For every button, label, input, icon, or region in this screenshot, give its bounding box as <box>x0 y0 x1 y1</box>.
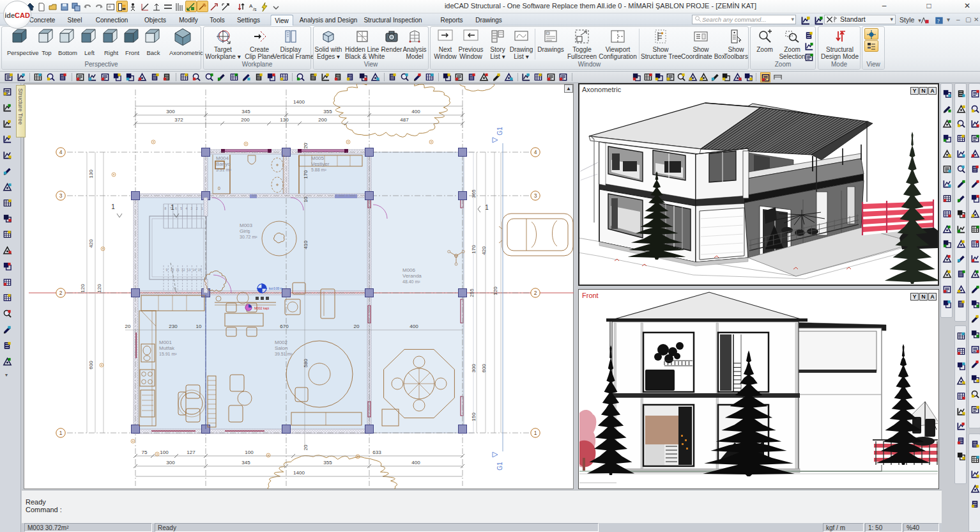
svg-text:M002 kapi: M002 kapi <box>254 306 269 310</box>
svg-text:345: 345 <box>241 109 250 114</box>
svg-text:48.40 m²: 48.40 m² <box>402 279 420 284</box>
svg-text:?: ? <box>937 18 940 24</box>
svg-text:30.72 m²: 30.72 m² <box>240 235 257 239</box>
svg-text:6: 6 <box>175 207 177 210</box>
svg-text:M002: M002 <box>275 340 288 345</box>
svg-text:410: 410 <box>303 240 309 249</box>
svg-text:420: 420 <box>481 246 487 255</box>
svg-text:5.31 m²: 5.31 m² <box>216 168 231 172</box>
svg-text:300: 300 <box>471 364 477 373</box>
svg-text:345: 345 <box>241 460 250 465</box>
svg-text:9: 9 <box>166 268 168 272</box>
svg-text:15: 15 <box>198 268 202 272</box>
svg-text:M005: M005 <box>311 155 325 161</box>
svg-text:130: 130 <box>88 169 94 178</box>
svg-text:4: 4 <box>59 149 63 155</box>
svg-text:M004: M004 <box>216 155 229 161</box>
svg-text:1: 1 <box>534 430 537 436</box>
svg-text:200: 200 <box>318 117 327 123</box>
svg-text:600: 600 <box>481 364 487 373</box>
svg-text:1: 1 <box>59 430 63 436</box>
svg-text:G1: G1 <box>496 462 503 471</box>
svg-text:255: 255 <box>469 288 475 297</box>
svg-text:120: 120 <box>493 286 498 295</box>
svg-text:170: 170 <box>471 245 477 254</box>
svg-text:400: 400 <box>411 460 420 465</box>
svg-text:1: 1 <box>111 203 115 210</box>
svg-text:8: 8 <box>165 207 167 210</box>
svg-text:420: 420 <box>88 239 94 248</box>
svg-text:10: 10 <box>303 196 309 202</box>
svg-text:10: 10 <box>196 324 202 329</box>
svg-text:5: 5 <box>180 207 182 210</box>
svg-text:100: 100 <box>160 450 169 455</box>
svg-text:2: 2 <box>196 207 198 210</box>
svg-text:Salon: Salon <box>275 345 287 351</box>
svg-text:1: 1 <box>171 204 174 211</box>
svg-text:300: 300 <box>166 460 175 465</box>
svg-text:Veranda: Veranda <box>402 273 422 279</box>
svg-text:400: 400 <box>411 109 420 114</box>
svg-text:14: 14 <box>192 268 196 272</box>
svg-text:633: 633 <box>372 450 381 455</box>
svg-text:365: 365 <box>471 189 477 198</box>
svg-text:600: 600 <box>88 361 94 370</box>
svg-text:Banyo: Banyo <box>216 161 231 167</box>
svg-text:670: 670 <box>280 324 289 329</box>
svg-text:/s: /s <box>253 7 257 12</box>
svg-text:39.51 m²: 39.51 m² <box>275 352 293 356</box>
svg-text:372: 372 <box>174 117 183 123</box>
svg-text:12: 12 <box>181 268 185 272</box>
svg-text:15.91 m²: 15.91 m² <box>159 352 177 356</box>
svg-text:20: 20 <box>125 324 131 329</box>
svg-text:kot:0.00 m: kot:0.00 m <box>269 287 282 290</box>
svg-text:5.88 m²: 5.88 m² <box>311 168 326 172</box>
svg-text:127: 127 <box>187 450 195 455</box>
svg-text:1: 1 <box>485 204 489 211</box>
svg-text:100: 100 <box>245 450 254 455</box>
svg-text:170: 170 <box>303 170 309 179</box>
svg-text:3: 3 <box>534 192 537 199</box>
svg-text:130: 130 <box>280 117 289 123</box>
svg-text:150: 150 <box>471 412 477 421</box>
svg-text:1400: 1400 <box>293 99 305 105</box>
svg-text:75: 75 <box>142 450 148 455</box>
svg-text:20: 20 <box>303 444 309 450</box>
svg-text:2: 2 <box>59 290 63 296</box>
svg-text:200: 200 <box>241 117 250 123</box>
svg-text:Mutfak: Mutfak <box>159 345 175 351</box>
svg-text:400: 400 <box>410 324 418 329</box>
svg-text:20: 20 <box>303 143 309 148</box>
svg-text:1400: 1400 <box>293 470 305 476</box>
svg-text:2: 2 <box>534 290 537 296</box>
svg-text:4: 4 <box>185 207 187 210</box>
svg-text:300: 300 <box>166 109 175 114</box>
svg-text:1: 1 <box>201 207 203 210</box>
svg-text:355: 355 <box>323 460 332 465</box>
svg-text:11: 11 <box>176 268 180 272</box>
svg-text:230: 230 <box>169 324 178 329</box>
svg-text:G1: G1 <box>496 127 503 136</box>
svg-text:4: 4 <box>534 149 537 155</box>
svg-text:355: 355 <box>323 109 332 114</box>
svg-text:120: 120 <box>96 284 102 293</box>
svg-text:120: 120 <box>80 284 86 293</box>
svg-text:3: 3 <box>191 207 193 210</box>
svg-text:20: 20 <box>354 324 360 329</box>
svg-text:13: 13 <box>187 268 191 272</box>
svg-text:580: 580 <box>303 359 309 368</box>
svg-text:M006: M006 <box>402 267 416 273</box>
svg-text:487: 487 <box>400 117 409 123</box>
svg-text:M001: M001 <box>159 340 172 345</box>
svg-text:M003: M003 <box>240 223 253 228</box>
svg-text:0: 0 <box>218 186 220 191</box>
svg-text:Giriş: Giriş <box>240 228 250 234</box>
svg-text:3: 3 <box>59 192 63 199</box>
svg-text:Vestiyer: Vestiyer <box>311 161 330 167</box>
